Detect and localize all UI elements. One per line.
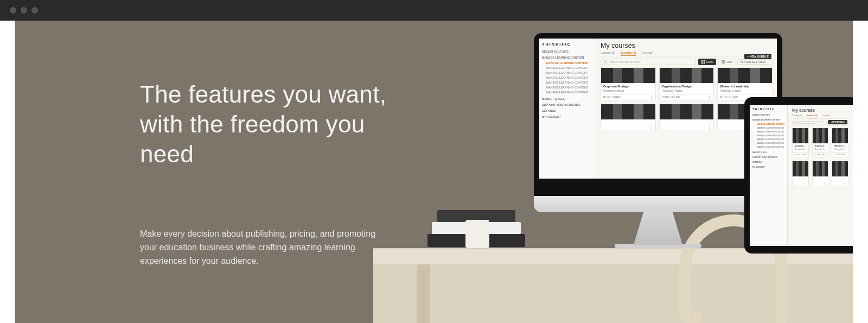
tab[interactable]: Courses (5) bbox=[601, 51, 615, 56]
tab[interactable]: Bundles (8) bbox=[807, 115, 817, 118]
tab[interactable]: Re-order bbox=[641, 51, 652, 56]
course-thumb bbox=[832, 128, 848, 143]
course-card[interactable]: Corporate Strategy Riccardo Ortega PUBLI… bbox=[601, 67, 656, 100]
tab[interactable]: Re-order bbox=[822, 115, 829, 118]
course-status: PUBLISHED bbox=[815, 154, 828, 156]
sidebar-item[interactable]: MANAGE LEARNING CONTENT bbox=[542, 75, 593, 80]
player-settings-button[interactable]: PLAYER SETTINGS → bbox=[737, 59, 773, 65]
imac-screen: THINKIFIC DESIGN YOUR SITE MANAGE LEARNI… bbox=[539, 39, 777, 179]
course-status: PUBLISHED bbox=[720, 96, 738, 99]
sidebar-group[interactable]: MY ACCOUNT bbox=[542, 115, 593, 118]
sidebar-group[interactable]: MARKET & SELL bbox=[752, 151, 784, 154]
kebab-icon[interactable]: ⋮ bbox=[708, 96, 711, 99]
kebab-icon[interactable]: ⋮ bbox=[844, 182, 846, 185]
sidebar-item[interactable]: MANAGE LEARNING CONTENT bbox=[752, 122, 784, 126]
kebab-icon[interactable]: ⋮ bbox=[827, 154, 828, 156]
course-thumb bbox=[813, 161, 828, 176]
sidebar-group[interactable]: MANAGE LEARNING CONTENT bbox=[542, 56, 593, 59]
course-title: Organisational Design bbox=[813, 143, 828, 148]
course-thumb bbox=[813, 128, 828, 143]
new-bundle-button[interactable]: + NEW BUNDLE bbox=[744, 54, 771, 59]
kebab-icon[interactable]: ⋮ bbox=[824, 182, 826, 185]
sidebar-item[interactable]: MANAGE LEARNING CONTENT bbox=[542, 80, 593, 85]
page-title: My courses bbox=[601, 42, 773, 49]
course-card[interactable]: Organisational Design Riccardo Ortega PU… bbox=[812, 128, 829, 157]
course-card[interactable]: ⋮ bbox=[601, 104, 656, 130]
view-list-button[interactable]: LIST bbox=[718, 59, 735, 65]
course-author: Riccardo Ortega bbox=[718, 89, 772, 94]
course-card[interactable]: Women in Leadership Riccardo Ortega PUBL… bbox=[717, 67, 773, 100]
sidebar-group[interactable]: DESIGN YOUR SITE bbox=[752, 114, 784, 116]
sidebar-group[interactable]: SUPPORT YOUR STUDENTS bbox=[542, 103, 593, 106]
ipad-device: THINKIFIC DESIGN YOUR SITE MANAGE LEARNI… bbox=[744, 97, 853, 254]
sidebar-item[interactable]: MANAGE LEARNING CONTENT bbox=[542, 60, 593, 65]
kebab-icon[interactable]: ⋮ bbox=[808, 154, 809, 156]
sidebar-item[interactable]: MANAGE LEARNING CONTENT bbox=[542, 65, 593, 70]
sidebar-group[interactable]: SETTINGS bbox=[752, 161, 784, 163]
sidebar-item[interactable]: MANAGE LEARNING CONTENT bbox=[542, 90, 593, 94]
sidebar-item[interactable]: MANAGE LEARNING CONTENT bbox=[752, 145, 784, 149]
kebab-icon[interactable]: ⋮ bbox=[847, 154, 848, 156]
course-status-row: ⋮ bbox=[601, 124, 655, 130]
kebab-icon[interactable]: ⋮ bbox=[650, 96, 653, 99]
course-thumb bbox=[660, 104, 714, 119]
hero-paragraph: Make every decision about publishing, pr… bbox=[140, 227, 387, 268]
course-status: PUBLISHED bbox=[662, 96, 680, 99]
course-grid: Corporate Strategy Riccardo Ortega PUBLI… bbox=[792, 128, 848, 186]
sidebar-group[interactable]: DESIGN YOUR SITE bbox=[542, 50, 593, 53]
window-close-dot[interactable] bbox=[10, 7, 16, 14]
course-card[interactable]: ⋮ bbox=[812, 161, 829, 186]
kebab-icon[interactable]: ⋮ bbox=[650, 125, 653, 129]
sidebar-item[interactable]: MANAGE LEARNING CONTENT bbox=[752, 126, 784, 130]
toolbar: Search courses by name GRID LIST bbox=[601, 59, 773, 65]
view-grid-button[interactable]: GRID bbox=[698, 59, 716, 65]
coffee-cup bbox=[465, 220, 489, 248]
new-bundle-button[interactable]: + NEW BUNDLE bbox=[828, 120, 847, 124]
course-card[interactable]: ⋮ bbox=[832, 161, 848, 186]
sidebar-group[interactable]: MARKET & SELL bbox=[542, 97, 593, 100]
course-card[interactable]: Women in Leadership Riccardo Ortega PUBL… bbox=[832, 128, 848, 157]
sidebar-item[interactable]: MANAGE LEARNING CONTENT bbox=[542, 85, 593, 90]
window-minimize-dot[interactable] bbox=[21, 7, 27, 14]
kebab-icon[interactable]: ⋮ bbox=[708, 125, 711, 129]
tab[interactable]: Bundles (8) bbox=[621, 51, 636, 56]
kebab-icon[interactable]: ⋮ bbox=[804, 182, 806, 185]
sidebar-item[interactable]: MANAGE LEARNING CONTENT bbox=[542, 70, 593, 75]
svg-rect-6 bbox=[722, 60, 725, 61]
sidebar-item[interactable]: MANAGE LEARNING CONTENT bbox=[752, 130, 784, 134]
svg-rect-7 bbox=[722, 61, 725, 62]
app-sidebar: THINKIFIC DESIGN YOUR SITE MANAGE LEARNI… bbox=[750, 105, 788, 246]
search-icon bbox=[603, 60, 608, 64]
svg-rect-3 bbox=[704, 60, 705, 61]
sidebar-group[interactable]: MANAGE LEARNING CONTENT bbox=[752, 119, 784, 121]
sidebar-item[interactable]: MANAGE LEARNING CONTENT bbox=[752, 141, 784, 145]
course-status-row: PUBLISHED ⋮ bbox=[660, 94, 714, 100]
hero-heading: The features you want, with the freedom … bbox=[140, 79, 422, 169]
sidebar-item[interactable]: MANAGE LEARNING CONTENT bbox=[752, 134, 784, 137]
course-card[interactable]: Organisational Design Riccardo Ortega PU… bbox=[659, 67, 714, 100]
app-logo: THINKIFIC bbox=[752, 108, 784, 111]
ipad-screen: THINKIFIC DESIGN YOUR SITE MANAGE LEARNI… bbox=[750, 105, 853, 246]
sidebar-group[interactable]: MY ACCOUNT bbox=[752, 166, 784, 168]
sidebar-group[interactable]: SETTINGS bbox=[542, 109, 593, 112]
course-status-row: ⋮ bbox=[813, 181, 828, 186]
course-card[interactable]: ⋮ bbox=[659, 104, 714, 130]
sidebar-group[interactable]: SUPPORT YOUR STUDENTS bbox=[752, 156, 784, 159]
course-status-row: PUBLISHED⋮ bbox=[813, 152, 828, 157]
tab-bar: Courses (5)Bundles (8)Re-order bbox=[792, 115, 848, 119]
course-thumb bbox=[793, 161, 808, 176]
course-status-row: PUBLISHED⋮ bbox=[793, 152, 808, 157]
tab[interactable]: Courses (5) bbox=[792, 115, 802, 118]
search-input[interactable]: Search courses by name bbox=[601, 59, 696, 65]
course-author: Riccardo Ortega bbox=[832, 148, 848, 152]
grid-icon bbox=[701, 60, 705, 64]
app-logo: THINKIFIC bbox=[542, 42, 593, 47]
course-card[interactable]: Corporate Strategy Riccardo Ortega PUBLI… bbox=[792, 128, 809, 157]
course-thumb bbox=[601, 68, 655, 83]
window-zoom-dot[interactable] bbox=[31, 7, 38, 14]
course-card[interactable]: ⋮ bbox=[792, 161, 809, 186]
search-input[interactable]: Search courses by name bbox=[792, 121, 824, 125]
search-placeholder: Search courses by name bbox=[609, 60, 640, 64]
svg-rect-2 bbox=[701, 60, 703, 61]
sidebar-item[interactable]: MANAGE LEARNING CONTENT bbox=[752, 137, 784, 141]
